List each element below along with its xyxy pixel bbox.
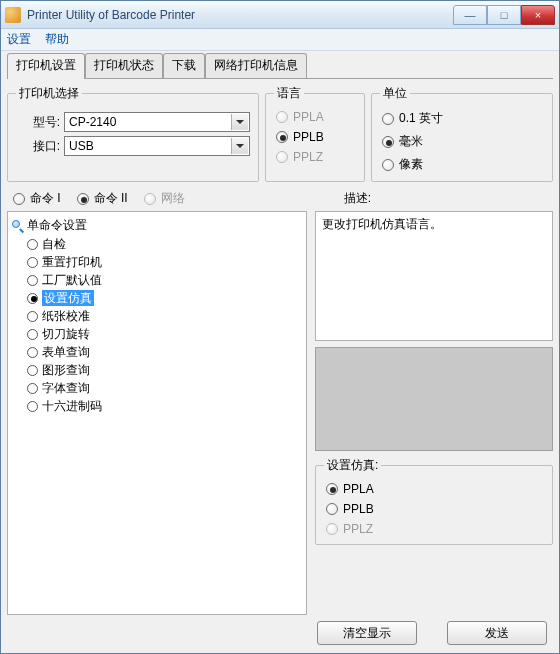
- radio-unit-pixel[interactable]: 像素: [382, 156, 544, 173]
- tree-root-label: 单命令设置: [27, 217, 87, 234]
- combo-model[interactable]: CP-2140: [64, 112, 250, 132]
- radio-sim-pplz-label: PPLZ: [343, 522, 373, 536]
- minimize-button[interactable]: —: [453, 5, 487, 25]
- tree-item-form-query[interactable]: 表单查询: [24, 343, 304, 361]
- row-port: 接口: USB: [16, 136, 250, 156]
- menu-help[interactable]: 帮助: [45, 31, 69, 48]
- description-text: 更改打印机仿真语言。: [322, 217, 442, 231]
- radio-icon: [276, 151, 288, 163]
- group-printer-select-legend: 打印机选择: [16, 85, 82, 102]
- clear-button[interactable]: 清空显示: [317, 621, 417, 645]
- radio-cmd-network-label: 网络: [161, 190, 185, 207]
- label-model: 型号:: [16, 114, 60, 131]
- tabstrip: 打印机设置 打印机状态 下载 网络打印机信息: [7, 55, 553, 79]
- tree-item-hex[interactable]: 十六进制码: [24, 397, 304, 415]
- menu-settings[interactable]: 设置: [7, 31, 31, 48]
- radio-icon: [27, 239, 38, 250]
- description-box: 更改打印机仿真语言。: [315, 211, 553, 341]
- command-tree[interactable]: 单命令设置 自检 重置打印机 工厂默认值 设置仿真 纸张校准 切刀旋转 表单查询…: [7, 211, 307, 615]
- group-simulation: 设置仿真: PPLA PPLB PPLZ: [315, 457, 553, 545]
- magnifier-icon: [12, 220, 24, 232]
- radio-sim-pplb-label: PPLB: [343, 502, 374, 516]
- menubar: 设置 帮助: [1, 29, 559, 51]
- combo-model-value: CP-2140: [69, 115, 116, 129]
- radio-lang-ppla-label: PPLA: [293, 110, 324, 124]
- group-printer-select: 打印机选择 型号: CP-2140 接口: USB: [7, 85, 259, 182]
- radio-cmd-2[interactable]: 命令 II: [77, 190, 128, 207]
- client-area: 打印机设置 打印机状态 下载 网络打印机信息 打印机选择 型号: CP-2140…: [1, 51, 559, 653]
- radio-sim-pplb[interactable]: PPLB: [326, 502, 544, 516]
- window-title: Printer Utility of Barcode Printer: [27, 8, 453, 22]
- tab-printer-status[interactable]: 打印机状态: [85, 53, 163, 78]
- radio-icon: [27, 275, 38, 286]
- radio-icon: [27, 293, 38, 304]
- tab-printer-settings[interactable]: 打印机设置: [7, 53, 85, 79]
- description-label: 描述:: [344, 190, 371, 207]
- radio-icon: [13, 193, 25, 205]
- group-simulation-legend: 设置仿真:: [324, 457, 381, 474]
- radio-icon: [27, 347, 38, 358]
- radio-icon: [382, 136, 394, 148]
- radio-sim-pplz: PPLZ: [326, 522, 544, 536]
- radio-icon: [144, 193, 156, 205]
- tree-item-cutter[interactable]: 切刀旋转: [24, 325, 304, 343]
- radio-icon: [382, 159, 394, 171]
- tree-children: 自检 重置打印机 工厂默认值 设置仿真 纸张校准 切刀旋转 表单查询 图形查询 …: [24, 235, 304, 415]
- app-window: Printer Utility of Barcode Printer — □ ×…: [0, 0, 560, 654]
- send-button[interactable]: 发送: [447, 621, 547, 645]
- top-groups-row: 打印机选择 型号: CP-2140 接口: USB 语: [7, 85, 553, 182]
- radio-unit-pixel-label: 像素: [399, 156, 423, 173]
- close-button[interactable]: ×: [521, 5, 555, 25]
- maximize-button[interactable]: □: [487, 5, 521, 25]
- tree-item-paper-cal[interactable]: 纸张校准: [24, 307, 304, 325]
- radio-icon: [27, 329, 38, 340]
- simulation-radiolist: PPLA PPLB PPLZ: [324, 480, 544, 536]
- radio-lang-pplz-label: PPLZ: [293, 150, 323, 164]
- preview-box: [315, 347, 553, 451]
- group-unit: 单位 0.1 英寸 毫米 像素: [371, 85, 553, 182]
- radio-icon: [276, 111, 288, 123]
- main-row: 单命令设置 自检 重置打印机 工厂默认值 设置仿真 纸张校准 切刀旋转 表单查询…: [7, 211, 553, 615]
- combo-port-value: USB: [69, 139, 94, 153]
- chevron-down-icon: [236, 144, 244, 148]
- tab-network-info[interactable]: 网络打印机信息: [205, 53, 307, 78]
- radio-cmd-1[interactable]: 命令 I: [13, 190, 61, 207]
- tree-item-selftest[interactable]: 自检: [24, 235, 304, 253]
- radio-sim-ppla[interactable]: PPLA: [326, 482, 544, 496]
- titlebar: Printer Utility of Barcode Printer — □ ×: [1, 1, 559, 29]
- radio-unit-mm[interactable]: 毫米: [382, 133, 544, 150]
- label-port: 接口:: [16, 138, 60, 155]
- radio-lang-pplb[interactable]: PPLB: [276, 130, 356, 144]
- window-buttons: — □ ×: [453, 5, 555, 25]
- radio-unit-mm-label: 毫米: [399, 133, 423, 150]
- radio-sim-ppla-label: PPLA: [343, 482, 374, 496]
- tree-item-reset[interactable]: 重置打印机: [24, 253, 304, 271]
- app-icon: [5, 7, 21, 23]
- tree-root[interactable]: 单命令设置: [10, 216, 304, 235]
- tree-item-graphic-query[interactable]: 图形查询: [24, 361, 304, 379]
- group-language: 语言 PPLA PPLB PPLZ: [265, 85, 365, 182]
- radio-icon: [27, 383, 38, 394]
- language-radiolist: PPLA PPLB PPLZ: [274, 108, 356, 164]
- tree-item-factory[interactable]: 工厂默认值: [24, 271, 304, 289]
- radio-lang-ppla: PPLA: [276, 110, 356, 124]
- radio-lang-pplz: PPLZ: [276, 150, 356, 164]
- right-column: 更改打印机仿真语言。 设置仿真: PPLA PPLB: [315, 211, 553, 615]
- radio-icon: [382, 113, 394, 125]
- tree-item-font-query[interactable]: 字体查询: [24, 379, 304, 397]
- tab-download[interactable]: 下载: [163, 53, 205, 78]
- unit-radiolist: 0.1 英寸 毫米 像素: [380, 108, 544, 173]
- radio-icon: [326, 503, 338, 515]
- radio-unit-inch[interactable]: 0.1 英寸: [382, 110, 544, 127]
- row-model: 型号: CP-2140: [16, 112, 250, 132]
- group-unit-legend: 单位: [380, 85, 410, 102]
- radio-cmd-2-label: 命令 II: [94, 190, 128, 207]
- tree-item-simulation[interactable]: 设置仿真: [24, 289, 304, 307]
- radio-lang-pplb-label: PPLB: [293, 130, 324, 144]
- command-mode-row: 命令 I 命令 II 网络 描述:: [13, 190, 551, 207]
- radio-icon: [77, 193, 89, 205]
- combo-port[interactable]: USB: [64, 136, 250, 156]
- radio-icon: [27, 401, 38, 412]
- radio-icon: [326, 523, 338, 535]
- group-language-legend: 语言: [274, 85, 304, 102]
